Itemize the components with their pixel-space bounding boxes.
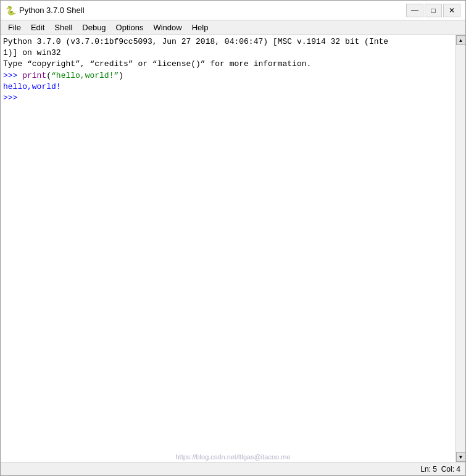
vertical-scrollbar[interactable]: ▲ ▼ [456, 35, 465, 462]
menu-file[interactable]: File [3, 20, 26, 35]
scrollbar-track[interactable] [456, 45, 465, 452]
menu-options[interactable]: Options [111, 20, 149, 35]
command-paren-open: ( [46, 71, 51, 80]
info-line-1: Python 3.7.0 (v3.7.0:1bf9cc5093, Jun 27 … [3, 37, 388, 69]
command-paren-close: ) [119, 71, 123, 80]
scroll-down-button[interactable]: ▼ [456, 452, 466, 462]
app-icon: 🐍 [6, 6, 15, 15]
command-string: “hello,world!” [51, 71, 119, 80]
maximize-button[interactable]: □ [425, 4, 442, 17]
prompt-2: >>> [3, 93, 22, 102]
window-title: Python 3.7.0 Shell [19, 6, 85, 15]
output-line: hello,world! [3, 82, 61, 91]
menu-edit[interactable]: Edit [26, 20, 49, 35]
menu-debug[interactable]: Debug [77, 20, 110, 35]
menu-help[interactable]: Help [187, 20, 214, 35]
menu-window[interactable]: Window [148, 20, 186, 35]
command-print: print [22, 71, 46, 80]
scroll-up-button[interactable]: ▲ [456, 35, 466, 45]
shell-content: Python 3.7.0 (v3.7.0:1bf9cc5093, Jun 27 … [1, 35, 465, 462]
status-position: Ln: 5 Col: 4 [420, 465, 460, 474]
title-bar-buttons: — □ ✕ [406, 4, 460, 17]
menu-shell[interactable]: Shell [49, 20, 77, 35]
minimize-button[interactable]: — [406, 4, 423, 17]
menu-bar: File Edit Shell Debug Options Window Hel… [1, 20, 465, 35]
python-shell-window: 🐍 Python 3.7.0 Shell — □ ✕ File Edit She… [0, 0, 466, 476]
prompt-1: >>> [3, 71, 22, 80]
shell-output[interactable]: Python 3.7.0 (v3.7.0:1bf9cc5093, Jun 27 … [1, 35, 456, 462]
title-bar: 🐍 Python 3.7.0 Shell — □ ✕ [1, 1, 465, 20]
title-bar-left: 🐍 Python 3.7.0 Shell [6, 6, 85, 15]
close-button[interactable]: ✕ [443, 4, 460, 17]
status-bar: Ln: 5 Col: 4 [1, 462, 465, 475]
